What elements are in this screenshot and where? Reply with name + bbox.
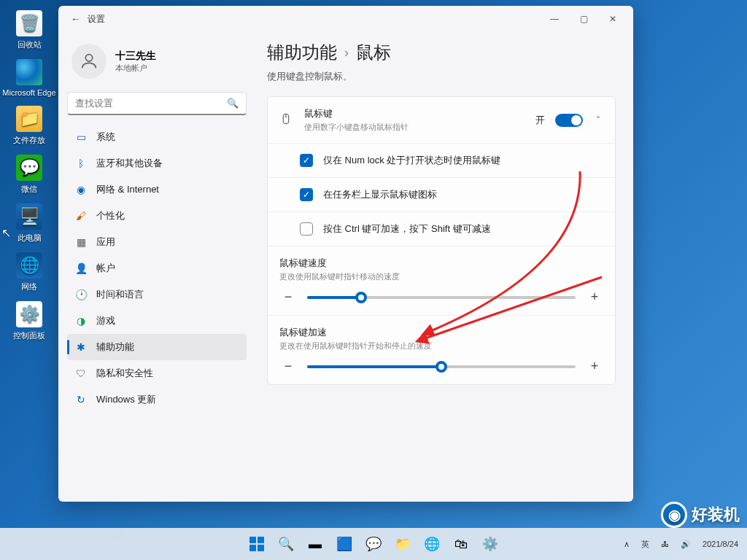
person-icon: [79, 51, 99, 71]
svg-rect-3: [249, 537, 256, 543]
chat-icon[interactable]: 💬: [360, 531, 387, 557]
desktop-icon-network[interactable]: 🌐网络: [0, 248, 58, 297]
accel-decrease-button[interactable]: −: [279, 359, 297, 374]
accel-slider-thumb[interactable]: [436, 361, 447, 373]
nav-network[interactable]: ◉网络 & Internet: [67, 176, 247, 203]
settings-taskbar-icon[interactable]: ⚙️: [477, 531, 503, 557]
desktop-label: Microsoft Edge: [2, 88, 55, 97]
nav-accounts[interactable]: 👤帐户: [67, 255, 247, 281]
tray-date[interactable]: 2021/8/24: [700, 537, 741, 551]
chevron-right-icon: ›: [344, 45, 349, 61]
desktop-label: 回收站: [18, 39, 42, 50]
breadcrumb-current: 鼠标: [356, 41, 391, 64]
speed-slider-thumb[interactable]: [355, 292, 367, 303]
nav-apps[interactable]: ▦应用: [67, 229, 247, 255]
desktop-label: 此电脑: [18, 233, 42, 244]
minimize-button[interactable]: —: [540, 14, 569, 24]
settings-window: ← 设置 — ▢ ✕ 十三先生 本地帐户 🔍 ▭系统 ᛒ蓝牙和其他设备: [58, 6, 633, 502]
accessibility-icon: ✱: [74, 341, 88, 354]
ime-indicator[interactable]: 英: [638, 536, 652, 553]
accel-slider[interactable]: [307, 365, 576, 368]
mouse-keys-desc: 使用数字小键盘移动鼠标指针: [304, 122, 525, 133]
speed-slider-row: 鼠标键速度 更改使用鼠标键时指针移动的速度 − +: [268, 246, 615, 316]
option-ctrl-shift[interactable]: 按住 Ctrl 键可加速，按下 Shift 键可减速: [268, 212, 615, 246]
nav-accessibility[interactable]: ✱辅助功能: [67, 334, 247, 360]
nav-system[interactable]: ▭系统: [67, 124, 247, 150]
bluetooth-icon: ᛒ: [74, 157, 88, 170]
task-view-icon[interactable]: ▬: [302, 531, 328, 557]
close-button[interactable]: ✕: [598, 14, 627, 24]
pc-icon: 🖥️: [16, 203, 42, 230]
folder-icon: 📁: [16, 106, 42, 132]
desktop-icon-control-panel[interactable]: ⚙️控制面板: [0, 297, 58, 346]
file-explorer-icon[interactable]: 📁: [390, 531, 416, 557]
checkbox-ctrl-shift[interactable]: [300, 222, 313, 236]
search-input[interactable]: [75, 98, 227, 109]
desktop-icon-edge[interactable]: Microsoft Edge: [0, 55, 58, 101]
titlebar: ← 设置 — ▢ ✕: [58, 6, 633, 32]
update-icon: ↻: [74, 393, 88, 406]
checkbox-taskbar-icon[interactable]: ✓: [300, 188, 313, 201]
network-tray-icon[interactable]: 🖧: [658, 537, 672, 551]
brush-icon: 🖌: [74, 209, 88, 222]
avatar: [71, 44, 107, 79]
volume-tray-icon[interactable]: 🔊: [678, 537, 694, 552]
desktop-icon-wechat[interactable]: 💬微信: [0, 150, 58, 199]
back-button[interactable]: ←: [64, 13, 88, 25]
user-block[interactable]: 十三先生 本地帐户: [67, 38, 247, 92]
taskbar-center: 🔍 ▬ 🟦 💬 📁 🌐 🛍 ⚙️: [244, 531, 503, 557]
speed-title: 鼠标键速度: [279, 257, 603, 270]
option-taskbar-icon[interactable]: ✓ 在任务栏上显示鼠标键图标: [268, 178, 615, 212]
mouse-keys-header: 鼠标键 使用数字小键盘移动鼠标指针 开 ˄: [268, 97, 615, 144]
desktop-icon-folder[interactable]: 📁文件存放: [0, 101, 58, 150]
breadcrumb-parent[interactable]: 辅助功能: [267, 41, 337, 64]
network-icon: 🌐: [16, 252, 42, 279]
svg-rect-4: [258, 537, 264, 543]
search-icon: 🔍: [227, 98, 239, 109]
desktop-label: 文件存放: [13, 135, 45, 146]
speed-increase-button[interactable]: +: [586, 289, 603, 305]
page-subtitle: 使用键盘控制鼠标。: [267, 70, 616, 83]
speed-slider[interactable]: [307, 296, 576, 299]
search-box[interactable]: 🔍: [67, 92, 247, 115]
user-account-type: 本地帐户: [115, 63, 156, 74]
mouse-icon: [279, 112, 294, 128]
maximize-button[interactable]: ▢: [569, 14, 598, 24]
breadcrumb: 辅助功能 › 鼠标: [267, 41, 616, 64]
accel-slider-row: 鼠标键加速 更改在使用鼠标键时指针开始和停止的速度 − +: [268, 316, 615, 384]
nav-personalization[interactable]: 🖌个性化: [67, 203, 247, 229]
user-name: 十三先生: [115, 50, 156, 63]
widgets-icon[interactable]: 🟦: [331, 531, 357, 557]
accel-desc: 更改在使用鼠标键时指针开始和停止的速度: [279, 341, 603, 351]
desktop-icon-this-pc[interactable]: 🖥️此电脑: [0, 199, 58, 248]
tray-overflow[interactable]: ∧: [621, 537, 632, 552]
watermark-text: 好装机: [692, 504, 740, 526]
edge-icon: [16, 59, 42, 85]
nav-gaming[interactable]: ◑游戏: [67, 308, 247, 334]
checkbox-numlock[interactable]: ✓: [300, 154, 313, 167]
nav-privacy[interactable]: 🛡隐私和安全性: [67, 360, 247, 386]
apps-icon: ▦: [74, 236, 88, 249]
store-icon[interactable]: 🛍: [448, 531, 474, 557]
chevron-up-icon[interactable]: ˄: [593, 112, 603, 128]
account-icon: 👤: [74, 262, 88, 275]
toggle-state-label: 开: [535, 114, 545, 127]
svg-rect-6: [258, 545, 264, 551]
shield-icon: 🛡: [74, 367, 88, 380]
edge-taskbar-icon[interactable]: 🌐: [419, 531, 445, 557]
sidebar: 十三先生 本地帐户 🔍 ▭系统 ᛒ蓝牙和其他设备 ◉网络 & Internet …: [58, 32, 255, 502]
desktop-icon-recycle-bin[interactable]: 🗑️回收站: [0, 6, 58, 55]
nav-time-language[interactable]: 🕐时间和语言: [67, 281, 247, 308]
recycle-bin-icon: 🗑️: [16, 10, 42, 36]
nav-bluetooth[interactable]: ᛒ蓝牙和其他设备: [67, 150, 247, 176]
speed-decrease-button[interactable]: −: [279, 289, 297, 305]
start-button[interactable]: [244, 531, 270, 557]
accel-increase-button[interactable]: +: [586, 359, 603, 374]
option-numlock[interactable]: ✓ 仅在 Num lock 处于打开状态时使用鼠标键: [268, 144, 615, 178]
system-tray: ∧ 英 🖧 🔊 2021/8/24: [621, 536, 741, 553]
taskbar-search-icon[interactable]: 🔍: [273, 531, 299, 557]
nav-windows-update[interactable]: ↻Windows 更新: [67, 386, 247, 413]
mouse-keys-title: 鼠标键: [304, 107, 525, 120]
mouse-keys-toggle[interactable]: [555, 114, 583, 127]
desktop-icons: 🗑️回收站 Microsoft Edge 📁文件存放 💬微信 🖥️此电脑 🌐网络…: [0, 0, 58, 346]
